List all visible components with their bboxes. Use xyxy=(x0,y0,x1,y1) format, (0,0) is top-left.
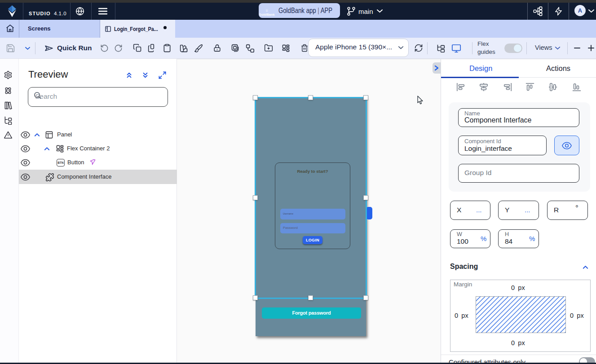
svg-text:♕: ♕ xyxy=(265,9,268,13)
svg-text:GoldBank: GoldBank xyxy=(259,13,275,17)
